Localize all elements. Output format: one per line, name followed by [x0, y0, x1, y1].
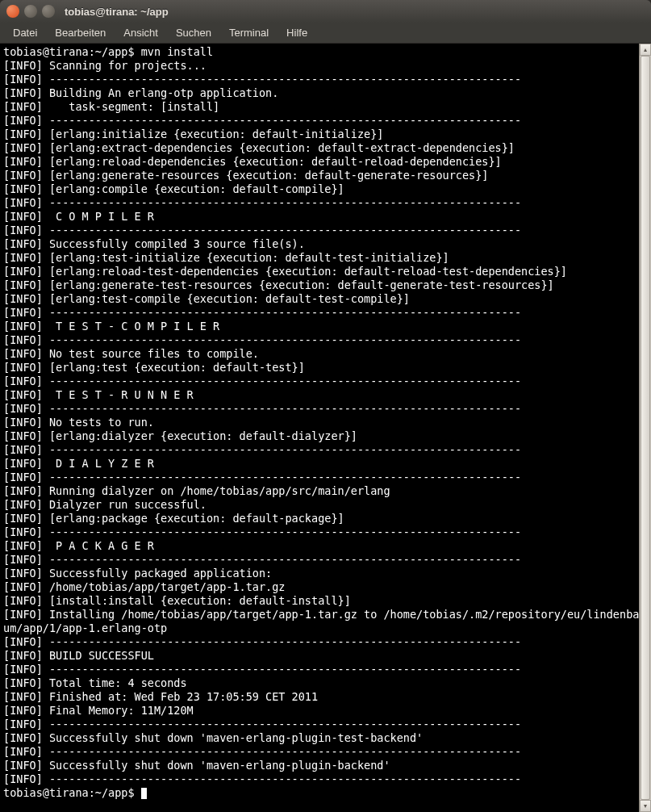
minimize-icon[interactable]: [24, 5, 37, 18]
menu-hilfe[interactable]: Hilfe: [278, 24, 315, 41]
menu-suchen[interactable]: Suchen: [168, 24, 219, 41]
close-icon[interactable]: [6, 5, 19, 18]
scrollbar-track[interactable]: [640, 56, 651, 800]
menu-ansicht[interactable]: Ansicht: [115, 24, 166, 41]
titlebar[interactable]: tobias@tirana: ~/app: [0, 0, 651, 23]
scrollbar-thumb[interactable]: [641, 56, 650, 800]
scroll-down-icon[interactable]: ▾: [640, 800, 651, 812]
terminal-window: tobias@tirana: ~/app Datei Bearbeiten An…: [0, 0, 651, 812]
window-buttons: [6, 5, 55, 18]
terminal-area: tobias@tirana:~/app$ mvn install [INFO] …: [0, 44, 651, 812]
scroll-up-icon[interactable]: ▴: [640, 44, 651, 56]
terminal-output[interactable]: tobias@tirana:~/app$ mvn install [INFO] …: [0, 44, 639, 812]
window-title: tobias@tirana: ~/app: [65, 6, 169, 18]
menu-datei[interactable]: Datei: [5, 24, 45, 41]
menubar: Datei Bearbeiten Ansicht Suchen Terminal…: [0, 23, 651, 44]
menu-bearbeiten[interactable]: Bearbeiten: [47, 24, 114, 41]
scrollbar[interactable]: ▴ ▾: [639, 44, 651, 812]
cursor: [141, 788, 147, 799]
maximize-icon[interactable]: [42, 5, 55, 18]
menu-terminal[interactable]: Terminal: [221, 24, 277, 41]
